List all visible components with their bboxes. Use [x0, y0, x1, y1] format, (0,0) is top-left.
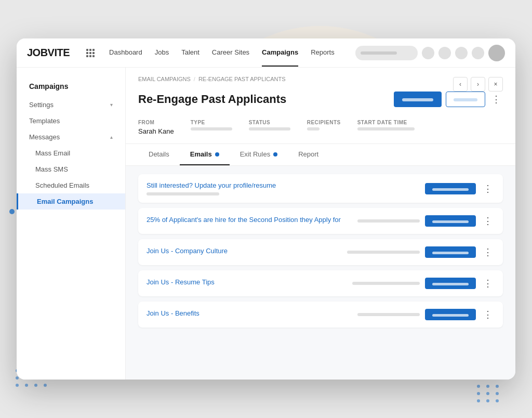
panel-nav-prev-button[interactable]: ‹: [453, 77, 468, 92]
grid-icon[interactable]: [86, 49, 95, 57]
nav-btn-1[interactable]: [422, 47, 434, 59]
main-panel: EMAIL CAMPAIGNS / RE-ENGAGE PAST APPLICA…: [126, 68, 515, 380]
sidebar-item-mass-sms[interactable]: Mass SMS: [17, 161, 125, 177]
email-item-right-3: ⋮: [347, 246, 495, 258]
email-item-right-5: ⋮: [357, 309, 495, 320]
email-more-btn-1[interactable]: ⋮: [481, 183, 495, 194]
email-status-bar-4: [352, 282, 420, 285]
email-item-left-3: Join Us - Company Culture: [147, 247, 347, 258]
nav-links: Dashboard Jobs Talent Career Sites Campa…: [109, 39, 343, 67]
breadcrumb: EMAIL CAMPAIGNS / RE-ENGAGE PAST APPLICA…: [138, 76, 286, 82]
panel-header: EMAIL CAMPAIGNS / RE-ENGAGE PAST APPLICA…: [126, 68, 515, 166]
chevron-down-icon: ▾: [110, 102, 113, 108]
table-row: Join Us - Resume Tips ⋮: [138, 270, 503, 296]
avatar[interactable]: [488, 45, 505, 61]
email-status-bar-3: [347, 251, 420, 254]
sidebar-label-settings: Settings: [29, 101, 54, 109]
bg-dots-right: [477, 385, 501, 402]
email-item-left-1: Still interested? Update your profile/re…: [147, 181, 425, 195]
email-action-btn-3[interactable]: [425, 246, 476, 258]
sidebar-item-scheduled-emails[interactable]: Scheduled Emails: [17, 177, 125, 193]
email-item-left-2: 25% of Applicant's are hire for the Seco…: [147, 216, 357, 227]
email-action-btn-4[interactable]: [425, 278, 476, 289]
meta-from-label: FROM: [138, 120, 174, 125]
meta-start-date-label: START DATE TIME: [357, 120, 415, 125]
nav-jobs[interactable]: Jobs: [155, 39, 169, 67]
page-title: Re-Engage Past Applicants: [138, 93, 286, 106]
nav-talent[interactable]: Talent: [181, 39, 200, 67]
email-more-btn-5[interactable]: ⋮: [481, 309, 495, 320]
email-more-btn-4[interactable]: ⋮: [481, 278, 495, 289]
email-more-btn-2[interactable]: ⋮: [481, 215, 495, 227]
tab-report[interactable]: Report: [288, 144, 329, 165]
meta-from-value: Sarah Kane: [138, 127, 174, 135]
meta-type: TYPE: [191, 120, 232, 135]
sidebar-label-mass-sms: Mass SMS: [35, 165, 68, 173]
chevron-up-icon: ▴: [110, 134, 113, 140]
table-row: Join Us - Benefits ⋮: [138, 302, 503, 328]
sidebar-item-email-campaigns[interactable]: Email Campaigns: [17, 193, 125, 210]
meta-from: FROM Sarah Kane: [138, 120, 174, 135]
table-row: Still interested? Update your profile/re…: [138, 174, 503, 203]
tab-exit-rules[interactable]: Exit Rules: [230, 144, 288, 165]
meta-recipients-label: RECIPIENTS: [307, 120, 341, 125]
nav-btn-3[interactable]: [455, 47, 468, 59]
sidebar-item-templates[interactable]: Templates: [17, 113, 125, 129]
email-title-1[interactable]: Still interested? Update your profile/re…: [147, 181, 425, 189]
breadcrumb-separator: /: [194, 76, 195, 82]
email-title-3[interactable]: Join Us - Company Culture: [147, 247, 347, 255]
email-subtitle-bar-1: [147, 192, 219, 195]
breadcrumb-email-campaigns[interactable]: EMAIL CAMPAIGNS: [138, 76, 191, 82]
nav-dashboard[interactable]: Dashboard: [109, 39, 142, 67]
meta-start-date-bar: [357, 127, 415, 130]
tabs: Details Emails Exit Rules Report: [126, 143, 515, 165]
nav-career-sites[interactable]: Career Sites: [212, 39, 249, 67]
bg-accent-dot: [9, 209, 15, 214]
sidebar-item-messages[interactable]: Messages ▴: [17, 129, 125, 145]
panel-close-button[interactable]: ×: [488, 77, 503, 92]
panel-nav-next-button[interactable]: ›: [471, 77, 485, 92]
tab-emails-label: Emails: [190, 150, 212, 158]
sidebar-section-title: Campaigns: [17, 78, 125, 95]
sidebar-label-scheduled-emails: Scheduled Emails: [35, 181, 89, 189]
email-more-btn-3[interactable]: ⋮: [481, 246, 495, 258]
email-item-right-4: ⋮: [352, 278, 495, 289]
email-item-left-4: Join Us - Resume Tips: [147, 278, 352, 289]
search-bar[interactable]: [355, 46, 418, 60]
sidebar-label-mass-email: Mass Email: [35, 149, 70, 157]
tab-details-label: Details: [149, 150, 169, 158]
navbar: JOBVITE Dashboard Jobs Talent Career Sit…: [17, 38, 515, 68]
nav-btn-4[interactable]: [472, 47, 484, 59]
more-options-button[interactable]: ⋮: [489, 94, 503, 105]
send-button[interactable]: [394, 92, 442, 107]
meta-start-date: START DATE TIME: [357, 120, 415, 135]
sidebar: Campaigns Settings ▾ Templates Messages …: [17, 68, 126, 380]
nav-campaigns[interactable]: Campaigns: [262, 39, 298, 67]
panel-title-row: Re-Engage Past Applicants ⋮: [138, 92, 503, 107]
email-list: Still interested? Update your profile/re…: [126, 166, 515, 336]
nav-btn-2[interactable]: [438, 47, 451, 59]
tab-emails[interactable]: Emails: [180, 144, 230, 165]
content-area: Campaigns Settings ▾ Templates Messages …: [17, 68, 515, 380]
meta-status-bar: [249, 127, 290, 130]
meta-type-bar: [191, 127, 232, 130]
email-action-btn-5[interactable]: [425, 309, 476, 320]
email-action-btn-2[interactable]: [425, 215, 476, 227]
email-action-btn-1[interactable]: [425, 183, 476, 194]
sidebar-item-settings[interactable]: Settings ▾: [17, 97, 125, 113]
table-row: Join Us - Company Culture ⋮: [138, 239, 503, 265]
email-title-4[interactable]: Join Us - Resume Tips: [147, 278, 352, 286]
email-title-2[interactable]: 25% of Applicant's are hire for the Seco…: [147, 216, 357, 224]
tab-report-label: Report: [298, 150, 318, 158]
nav-reports[interactable]: Reports: [311, 39, 335, 67]
tab-details[interactable]: Details: [138, 144, 180, 165]
search-bar-inner: [361, 51, 397, 55]
main-window: JOBVITE Dashboard Jobs Talent Career Sit…: [17, 38, 515, 380]
email-item-right-1: ⋮: [425, 183, 495, 194]
tab-exit-rules-dot: [273, 152, 277, 156]
email-item-right-2: ⋮: [357, 215, 495, 227]
meta-recipients-bar: [307, 127, 320, 130]
sidebar-item-mass-email[interactable]: Mass Email: [17, 145, 125, 161]
edit-button[interactable]: [446, 92, 485, 107]
email-title-5[interactable]: Join Us - Benefits: [147, 309, 357, 317]
